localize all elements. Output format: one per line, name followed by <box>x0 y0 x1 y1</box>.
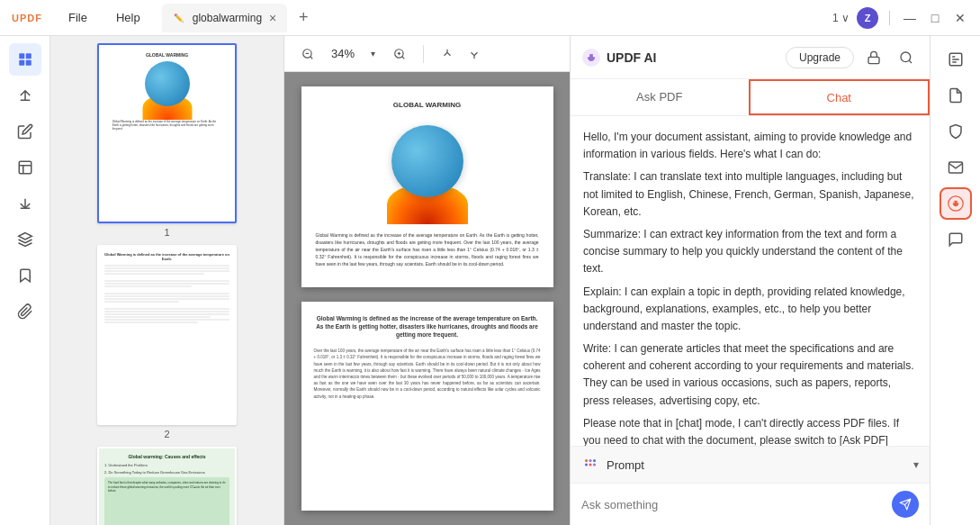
prompt-bar[interactable]: Prompt ▾ <box>571 447 930 484</box>
svg-point-24 <box>585 464 588 466</box>
upgrade-button[interactable]: Upgrade <box>786 47 854 68</box>
toolbar-separator <box>423 45 424 63</box>
menu-file[interactable]: File <box>54 0 102 35</box>
zoom-in-button[interactable] <box>387 41 412 67</box>
thumbnail-panel[interactable]: GLOBAL WARMING Global Warming is defined… <box>50 36 284 525</box>
pdf-page-2: Global Warming is defined as the increas… <box>301 302 553 511</box>
tab-area: ✏️ globalwarming × + <box>155 0 832 35</box>
sidebar-icon-attachment[interactable] <box>9 295 41 328</box>
svg-rect-3 <box>25 60 31 66</box>
ai-header: UPDF AI Upgrade <box>571 36 930 79</box>
minimize-button[interactable]: — <box>901 9 919 27</box>
sidebar-icon-upload[interactable] <box>9 79 41 112</box>
thumbnail-label-2: 2 <box>164 429 169 439</box>
sidebar-icon-thumbnail[interactable] <box>9 43 41 76</box>
prompt-chevron-icon: ▾ <box>913 458 919 471</box>
page2-heading: Global Warming is defined as the increas… <box>314 314 541 339</box>
ai-tabs: Ask PDF Chat <box>571 79 930 116</box>
sidebar-icon-bookmark[interactable] <box>9 259 41 292</box>
titlebar-separator <box>889 11 890 25</box>
page-nav[interactable]: 1 ∨ <box>832 12 850 24</box>
ask-input[interactable] <box>581 498 885 511</box>
close-button[interactable]: ✕ <box>951 9 969 27</box>
thumbnail-image-1[interactable]: GLOBAL WARMING Global Warming is defined… <box>97 43 237 223</box>
svg-point-17 <box>593 54 595 56</box>
svg-line-10 <box>402 56 405 59</box>
svg-line-7 <box>310 56 313 59</box>
input-area <box>571 484 930 525</box>
titlebar: UPDF File Help ✏️ globalwarming × + 1 ∨ … <box>0 0 980 36</box>
zoom-out-button[interactable] <box>295 41 320 67</box>
prompt-icon <box>581 456 599 474</box>
sidebar-icon-download[interactable] <box>9 187 41 220</box>
ai-logo: UPDF AI <box>581 48 656 68</box>
prompt-label: Prompt <box>607 458 906 472</box>
svg-point-29 <box>953 202 955 204</box>
app-logo: UPDF <box>0 0 54 35</box>
zoom-dropdown-button[interactable]: ▾ <box>365 41 380 67</box>
svg-point-19 <box>901 52 911 62</box>
page1-body: Global Warming is defined as the increas… <box>316 231 539 267</box>
svg-rect-2 <box>19 60 24 66</box>
fr-icon-ai-active[interactable] <box>940 187 972 220</box>
content-area: 34% ▾ GLOBAL WARMING <box>284 36 570 525</box>
ai-logo-text: UPDF AI <box>607 50 656 65</box>
fr-icon-share[interactable] <box>940 151 972 184</box>
app-logo-text: UPDF <box>12 13 42 23</box>
avatar[interactable]: Z <box>857 7 878 29</box>
maximize-button[interactable]: □ <box>926 9 944 27</box>
svg-point-30 <box>957 202 958 204</box>
page1-title: GLOBAL WARMING <box>393 101 461 109</box>
ai-translate: Translate: I can translate text into mul… <box>583 168 917 221</box>
svg-point-21 <box>585 459 588 462</box>
ai-intro: Hello, I'm your document assistant, aimi… <box>583 129 917 163</box>
fr-icon-comment[interactable] <box>940 223 972 256</box>
svg-point-23 <box>593 459 596 462</box>
fr-icon-convert[interactable] <box>940 79 972 112</box>
ai-chat-content[interactable]: Hello, I'm your document assistant, aimi… <box>571 116 930 446</box>
thumbnail-image-2[interactable]: Global Warming is defined as the increas… <box>97 245 237 425</box>
thumbnail-image-3[interactable]: Global warming: Causes and effects 1. Un… <box>97 447 237 525</box>
far-right-sidebar <box>930 36 980 525</box>
new-tab-button[interactable]: + <box>291 5 316 31</box>
svg-point-25 <box>589 464 592 466</box>
sidebar-icon-layout[interactable] <box>9 151 41 184</box>
send-button[interactable] <box>892 491 919 518</box>
titlebar-right: 1 ∨ Z — □ ✕ <box>832 7 980 29</box>
pdf-page-1: GLOBAL WARMING Global Warming is defined… <box>301 86 553 287</box>
thumbnail-label-1: 1 <box>164 227 169 238</box>
thumbnail-item-2[interactable]: Global Warming is defined as the increas… <box>58 245 276 439</box>
ai-summarize: Summarize: I can extract key information… <box>583 226 917 278</box>
zoom-level: 34% <box>328 47 358 60</box>
page-up-button[interactable] <box>435 41 460 67</box>
fr-icon-ocr[interactable] <box>940 43 972 76</box>
ai-prompt-area: Prompt ▾ <box>571 446 930 525</box>
thumbnail-item-3[interactable]: Global warming: Causes and effects 1. Un… <box>58 447 276 525</box>
svg-rect-4 <box>19 161 31 174</box>
left-sidebar <box>0 36 50 525</box>
svg-rect-18 <box>868 57 879 63</box>
tab-chat[interactable]: Chat <box>749 79 931 115</box>
tab-close-button[interactable]: × <box>269 11 276 25</box>
tab-name: globalwarming <box>193 12 262 24</box>
thumbnail-item-1[interactable]: GLOBAL WARMING Global Warming is defined… <box>58 43 276 238</box>
menu-help[interactable]: Help <box>102 0 155 35</box>
svg-rect-1 <box>25 53 31 59</box>
svg-point-16 <box>588 54 589 56</box>
sidebar-icon-layers[interactable] <box>9 223 41 256</box>
sidebar-icon-edit[interactable] <box>9 115 41 148</box>
fr-icon-protect[interactable] <box>940 115 972 148</box>
page-down-button[interactable] <box>462 41 487 67</box>
tab-ask-pdf[interactable]: Ask PDF <box>571 79 749 115</box>
ai-logo-icon <box>581 48 601 68</box>
ai-header-right: Upgrade <box>786 45 919 70</box>
ai-write: Write: I can generate articles that meet… <box>583 340 917 410</box>
pdf-view[interactable]: GLOBAL WARMING Global Warming is defined… <box>284 72 570 525</box>
ai-note: Please note that in [chat] mode, I can't… <box>583 415 917 446</box>
svg-marker-5 <box>18 233 31 240</box>
lock-icon[interactable] <box>861 45 886 70</box>
search-icon[interactable] <box>894 45 919 70</box>
tab-globalwarming[interactable]: ✏️ globalwarming × <box>162 4 288 32</box>
svg-point-26 <box>593 464 596 466</box>
page2-body: Over the last 100 years, the average tem… <box>314 348 541 400</box>
